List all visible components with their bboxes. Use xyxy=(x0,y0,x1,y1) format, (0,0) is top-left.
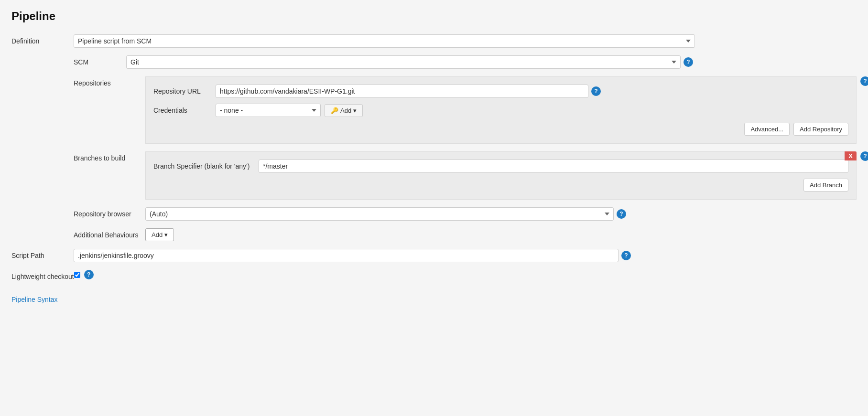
repo-browser-row: Repository browser (Auto) ? xyxy=(74,207,857,221)
repo-buttons: Advanced... Add Repository xyxy=(153,123,848,136)
credentials-row: Credentials - none - 🔑 Add ▾ xyxy=(153,104,848,117)
additional-behaviours-section: Additional Behaviours Add ▾ xyxy=(74,228,857,241)
additional-behaviours-control: Add ▾ xyxy=(145,228,174,241)
lightweight-checkout-checkbox[interactable] xyxy=(74,272,80,278)
scm-row: SCM Git ? xyxy=(74,55,857,69)
repo-browser-help-icon[interactable]: ? xyxy=(617,209,626,219)
pipeline-syntax-link[interactable]: Pipeline Syntax xyxy=(11,296,58,303)
repo-browser-select[interactable]: (Auto) xyxy=(145,207,614,221)
branch-specifier-input[interactable] xyxy=(259,160,848,173)
add-credentials-label: Add ▾ xyxy=(340,107,357,114)
lightweight-checkout-row: Lightweight checkout ? xyxy=(11,270,857,280)
definition-label: Definition xyxy=(11,34,74,45)
lightweight-checkout-label: Lightweight checkout xyxy=(11,270,74,280)
remove-branch-button[interactable]: X xyxy=(845,151,857,160)
scm-label: SCM xyxy=(74,55,126,66)
repo-url-row: Repository URL ? xyxy=(153,85,848,98)
script-path-control: ? xyxy=(74,249,857,262)
branches-help-icon[interactable]: ? xyxy=(860,151,868,161)
script-path-help-icon[interactable]: ? xyxy=(621,251,631,260)
lightweight-checkout-help-icon[interactable]: ? xyxy=(84,270,94,279)
branches-section: Branches to build X Branch Specifier (bl… xyxy=(74,151,857,200)
branches-row: Branches to build X Branch Specifier (bl… xyxy=(74,151,857,200)
definition-select[interactable]: Pipeline script from SCM xyxy=(74,34,695,48)
repo-browser-label: Repository browser xyxy=(74,207,145,218)
credentials-label: Credentials xyxy=(153,107,216,114)
additional-behaviours-label: Additional Behaviours xyxy=(74,228,145,239)
branch-specifier-label: Branch Specifier (blank for 'any') xyxy=(153,162,259,170)
scm-help-icon[interactable]: ? xyxy=(684,57,693,67)
branches-box: X Branch Specifier (blank for 'any') Add… xyxy=(145,151,857,200)
add-branch-button[interactable]: Add Branch xyxy=(803,179,848,192)
branches-control: X Branch Specifier (blank for 'any') Add… xyxy=(145,151,857,200)
repositories-box: Repository URL ? Credentials - none - 🔑 … xyxy=(145,76,857,144)
repo-url-help-icon[interactable]: ? xyxy=(591,86,601,96)
script-path-input[interactable] xyxy=(74,249,618,262)
repo-url-input[interactable] xyxy=(216,85,588,98)
key-icon: 🔑 xyxy=(331,107,338,114)
additional-behaviours-add-button[interactable]: Add ▾ xyxy=(145,228,174,241)
repo-browser-section: Repository browser (Auto) ? xyxy=(74,207,857,221)
branches-label: Branches to build xyxy=(74,151,145,162)
add-repository-button[interactable]: Add Repository xyxy=(793,123,848,136)
scm-select[interactable]: Git xyxy=(126,55,681,69)
branch-specifier-row: Branch Specifier (blank for 'any') xyxy=(153,160,848,173)
credentials-select[interactable]: - none - xyxy=(216,104,321,117)
additional-behaviours-row: Additional Behaviours Add ▾ xyxy=(74,228,857,241)
page-title: Pipeline xyxy=(11,10,857,23)
repositories-control: Repository URL ? Credentials - none - 🔑 … xyxy=(145,76,857,144)
repositories-label: Repositories xyxy=(74,76,145,87)
repositories-row: Repositories Repository URL ? Credential… xyxy=(74,76,857,144)
add-credentials-button[interactable]: 🔑 Add ▾ xyxy=(325,104,363,117)
script-path-label: Script Path xyxy=(11,249,74,259)
add-label: Add xyxy=(152,231,163,238)
repositories-section: Repositories Repository URL ? Credential… xyxy=(74,76,857,144)
definition-row: Definition Pipeline script from SCM xyxy=(11,34,857,48)
repo-url-label: Repository URL xyxy=(153,87,216,95)
definition-control: Pipeline script from SCM xyxy=(74,34,857,48)
advanced-button[interactable]: Advanced... xyxy=(744,123,790,136)
repo-browser-control: (Auto) ? xyxy=(145,207,857,221)
lightweight-checkout-control: ? xyxy=(74,270,94,279)
repositories-help-icon[interactable]: ? xyxy=(860,76,868,86)
scm-control: Git ? xyxy=(126,55,857,69)
add-branch-row: Add Branch xyxy=(153,179,848,192)
chevron-down-icon: ▾ xyxy=(164,231,168,238)
script-path-row: Script Path ? xyxy=(11,249,857,262)
